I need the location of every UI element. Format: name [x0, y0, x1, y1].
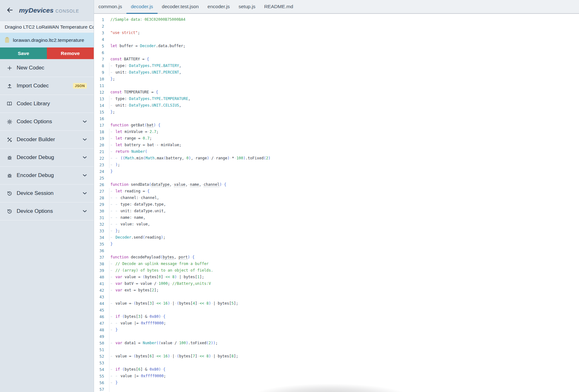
code-line-content: →→value·|=·0xffff0000; [106, 320, 166, 327]
chevron-down-icon[interactable] [83, 174, 87, 177]
code-token: . [161, 70, 163, 75]
chevron-down-icon[interactable] [83, 120, 87, 123]
selected-codec-item[interactable]: lorawan.dragino.ltc2.temperature [0, 33, 94, 47]
tab-decoder-js[interactable]: decoder.js [126, 0, 158, 14]
sidebar-item-import-codec[interactable]: Import CodecJSON [0, 77, 94, 95]
code-token: ) [268, 156, 270, 160]
sidebar-item-decoder-builder[interactable]: Decoder Builder [0, 131, 94, 149]
code-token: ] [152, 301, 154, 306]
code-line-content: →→value·|=·0xffff0000; [106, 373, 166, 379]
code-token: port [179, 255, 188, 260]
sidebar-item-device-options[interactable]: Device Options [0, 202, 94, 220]
code-token: ) [243, 156, 245, 160]
code-token: var [115, 275, 122, 279]
tab-indent-marker: → [110, 327, 115, 333]
code-token: bytes[ [179, 354, 192, 358]
code-line: 43 [94, 294, 579, 300]
sidebar-item-label: Encoder Debug [17, 172, 83, 179]
tab-indent-marker: → [110, 340, 115, 346]
code-line: 4 [94, 36, 579, 43]
code-token: , [179, 63, 181, 68]
tab-indent-marker: → [110, 129, 115, 135]
code-token: dataType.type, [134, 202, 166, 207]
line-number: 8 [94, 63, 106, 69]
sidebar-item-encoder-debug[interactable]: Encoder Debug [0, 167, 94, 185]
code-token: << [200, 301, 204, 306]
code-token: { [158, 123, 160, 127]
remove-button[interactable]: Remove [47, 47, 94, 59]
code-token: range [196, 156, 207, 160]
code-token: ( [164, 156, 166, 160]
whitespace-dot: · [153, 90, 156, 94]
tab-indent-marker: → [110, 221, 115, 228]
code-token: ] [152, 354, 154, 358]
code-token: ]; [234, 354, 238, 358]
code-token: ; [138, 30, 140, 35]
line-number: 17 [94, 122, 106, 129]
bug-icon [6, 155, 13, 160]
code-token: 1000 [159, 281, 168, 286]
book-icon [6, 101, 13, 106]
code-line-content: →unit:·DataTypes.UNIT.PERCENT, [106, 69, 181, 76]
tab-setup-js[interactable]: setup.js [234, 0, 259, 13]
app-logo: myDevicesCONSOLE [15, 7, 83, 14]
code-token: .toFixed [246, 156, 264, 160]
code-line: 41→var·batV·=·value·/·1000;·//Battery,un… [94, 280, 579, 287]
code-token: var [115, 341, 122, 345]
whitespace-dot: · [149, 90, 151, 94]
whitespace-dot: · [152, 281, 154, 286]
tab-encoder-js[interactable]: encoder.js [203, 0, 234, 13]
code-token: bytes[ [125, 314, 138, 319]
chevron-down-icon[interactable] [83, 138, 87, 141]
code-token: ) [168, 301, 170, 306]
code-editor[interactable]: 1//Sample·data:·0E3C02000B75000BA423"use… [94, 14, 579, 392]
codec-id-label: lorawan.dragino.ltc2.temperature [13, 37, 84, 43]
line-number: 48 [94, 327, 106, 333]
code-token: const [110, 57, 122, 61]
code-line-content: →var·value·=·(bytes[0]·<<·8)·|·bytes[1]; [106, 274, 204, 280]
code-token: value [161, 341, 172, 345]
code-line: 32→→value:·value, [94, 221, 579, 228]
sidebar-item-device-session[interactable]: Device Session [0, 185, 94, 202]
sidebar-item-new-codec[interactable]: New Codec [0, 59, 94, 77]
code-token: ( [134, 354, 136, 358]
chevron-down-icon[interactable] [83, 192, 87, 195]
whitespace-dot: · [129, 123, 131, 127]
chevron-down-icon[interactable] [83, 210, 87, 213]
code-token: 100 [237, 156, 243, 160]
code-token: 3 [138, 314, 140, 319]
code-token: } [110, 242, 113, 246]
back-button[interactable] [4, 5, 15, 16]
code-token: ) [207, 156, 209, 160]
sidebar-item-codec-library[interactable]: Codec Library [0, 95, 94, 113]
code-token: function [110, 255, 129, 259]
tab-decoder-test-json[interactable]: decoder.test.json [158, 0, 203, 13]
save-button[interactable]: Save [0, 47, 47, 59]
line-number: 37 [94, 254, 106, 261]
code-token: ( [122, 367, 125, 372]
tab-common-js[interactable]: common.js [94, 0, 126, 13]
code-token: a [191, 262, 193, 266]
code-line: 12const·TEMPERATURE·=·{ [94, 89, 579, 96]
code-token: battery, [166, 156, 184, 160]
whitespace-dot: · [170, 354, 172, 358]
whitespace-dot: · [156, 123, 158, 127]
whitespace-dot: · [193, 262, 195, 266]
chevron-down-icon[interactable] [83, 156, 87, 159]
line-number: 46 [94, 313, 106, 320]
code-line-content: →→value:·value, [106, 221, 150, 228]
code-token: return [115, 149, 129, 154]
code-token: ; [164, 374, 166, 378]
code-token: { [192, 255, 194, 259]
tab-README-md[interactable]: README.md [260, 0, 298, 13]
line-number: 6 [94, 49, 106, 56]
whitespace-dot: · [211, 354, 213, 358]
sidebar-item-decoder-debug[interactable]: Decoder Debug [0, 149, 94, 167]
whitespace-dot: · [161, 301, 163, 306]
editor-pane: common.jsdecoder.jsdecoder.test.jsonenco… [94, 0, 579, 392]
code-token: ) [168, 354, 170, 358]
code-token: var [115, 281, 122, 286]
sidebar-item-codec-options[interactable]: Codec Options [0, 113, 94, 131]
code-token: TEMPERATURE [163, 97, 188, 101]
code-line: 21→return·Number( [94, 148, 579, 155]
